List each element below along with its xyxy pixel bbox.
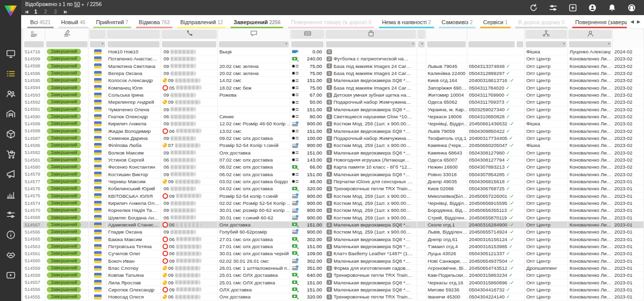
table-row[interactable]: 514591 Завершений Чумаченко Олена 09 151… xyxy=(23,106,644,113)
table-row[interactable]: 514599 Завершений Потапенко Анастас… 09 … xyxy=(23,55,644,62)
filter-extra-ttn[interactable] xyxy=(517,41,523,47)
status-tab-7[interactable]: Нема в наявності2 xyxy=(379,19,434,28)
column-header-phone[interactable] xyxy=(161,29,218,40)
settings-icon[interactable] xyxy=(549,4,557,12)
sidebar-item-tutorials[interactable] xyxy=(0,266,21,286)
table-row[interactable]: 514567 Завершений Адамовский Станис… 06 … xyxy=(23,221,644,229)
table-row[interactable]: 514588 Завершений Жидак Володимир 06 13.… xyxy=(23,128,644,135)
page-button-3[interactable]: 3 xyxy=(54,9,57,15)
table-row[interactable]: 514592 Завершений Мерклингер Андрей 09 5… xyxy=(23,99,644,106)
add-icon[interactable] xyxy=(569,4,577,12)
filter-input-phone[interactable] xyxy=(162,41,216,47)
sidebar-item-clients[interactable] xyxy=(0,85,21,105)
table-row[interactable]: 514559 Завершений Влас Слотюу 06 26.01 с… xyxy=(23,265,644,272)
status-tab-1[interactable]: Новый46 xyxy=(58,19,89,28)
table-row[interactable]: 514587 Завершений Семенюк Дарина 09 09.0… xyxy=(23,135,644,142)
table-row[interactable]: 514561 Завершений Сучилов Олег 06 30.01 … xyxy=(23,250,644,257)
column-header-manager[interactable] xyxy=(568,29,613,40)
filter-dropdown-icon[interactable]: ▼ xyxy=(412,42,415,45)
column-header-comment[interactable] xyxy=(218,29,290,40)
column-header-address[interactable] xyxy=(426,29,467,40)
filter-input-comment[interactable]: ▼ xyxy=(219,41,289,47)
table-row[interactable]: 514555 Завершений Новосад Олеся 06 Олх д… xyxy=(23,293,644,300)
status-tab-3[interactable]: Відмова763 xyxy=(136,19,173,28)
filter-input-manager[interactable]: ▼ xyxy=(569,41,611,47)
table-row[interactable]: 514586 Завершений Філіпова Люба 07 Розмі… xyxy=(23,142,644,149)
table-row[interactable]: 514575 Завершений КВІТОВСЬКА ЮЛІЯ 09 Роз… xyxy=(23,193,644,200)
filter-dropdown-icon[interactable]: ▼ xyxy=(285,42,288,45)
sidebar-item-partners[interactable] xyxy=(0,246,21,266)
column-header-delivery[interactable] xyxy=(417,29,426,40)
status-tab-10[interactable]: В дорозі додому0 xyxy=(515,19,568,28)
sidebar-item-settings[interactable] xyxy=(0,205,21,225)
filter-input-status[interactable] xyxy=(46,41,88,47)
table-row[interactable]: 514580 Завершений Фесенко Константин 06 … xyxy=(23,164,644,171)
app-logo-icon[interactable] xyxy=(0,0,21,22)
sidebar-item-info[interactable] xyxy=(0,225,21,246)
column-header-date[interactable] xyxy=(613,29,644,40)
sidebar-item-dashboard[interactable] xyxy=(0,44,21,64)
column-header-products[interactable] xyxy=(325,29,417,40)
filter-input-client[interactable] xyxy=(108,41,159,47)
filter-dropdown-icon[interactable]: ▼ xyxy=(607,42,610,45)
table-row[interactable]: 514590 Завершений Гнатюк Олексндр 06 Син… xyxy=(23,113,644,120)
filter-input-id[interactable] xyxy=(24,41,44,47)
table-row[interactable]: 514560 Завершений Бокоч Иван 09 02.02 30… xyxy=(23,258,644,265)
column-header-country[interactable] xyxy=(89,29,107,40)
table-row[interactable]: 514716 Завершений Нов10 Нов10 09 Выцв 0.… xyxy=(23,48,644,55)
filter-input-country[interactable]: ▼ xyxy=(90,41,105,47)
table-row[interactable]: 514556 Завершений Сиротюк Олександр 09 О… xyxy=(23,286,644,293)
first-page-button[interactable]: |◀ xyxy=(25,9,27,15)
last-page-button[interactable]: ▶| xyxy=(64,9,66,15)
table-row[interactable]: 514568 Завершений Шумляс Богдана Ан… 06 … xyxy=(23,214,644,221)
status-tab-8[interactable]: Самовивіз2 xyxy=(439,19,476,28)
refresh-icon[interactable] xyxy=(529,4,538,12)
table-row[interactable]: 514581 Завершений Устинов Сергей 06 07.0… xyxy=(23,157,644,164)
table-row[interactable]: 514579 Завершений Костишин Виктор 09 06.… xyxy=(23,171,644,178)
table-row[interactable]: 514563 Завершений Петровська Тетяна 06 2… xyxy=(23,243,644,250)
table-row[interactable]: 514596 Завершений Вегера Оксана 09 20.02… xyxy=(23,70,644,77)
tabs-scroll-left-icon[interactable]: ◀ xyxy=(630,19,634,24)
support-icon[interactable] xyxy=(627,4,636,12)
table-row[interactable]: 514594 Завершений Компанец Юля 05 18.02 … xyxy=(23,85,644,92)
sidebar-item-warehouse[interactable] xyxy=(0,105,21,125)
table-row[interactable]: 514589 Завершений Кирилич Анжела 09 12.0… xyxy=(23,120,644,127)
table-row[interactable]: 514598 Завершений Малютина Светлана 09 2… xyxy=(23,63,644,70)
column-header-status[interactable] xyxy=(45,29,89,40)
filter-input-delivery[interactable]: ▼ xyxy=(418,41,425,47)
status-tab-6[interactable]: Повернення товару (в дорозі)0 xyxy=(288,19,374,28)
status-tab-2[interactable]: Прийнятий7 xyxy=(93,19,131,28)
filter-dropdown-icon[interactable]: ▼ xyxy=(562,42,566,45)
filter-input-products[interactable]: ▼ xyxy=(326,41,416,47)
filter-input-address[interactable] xyxy=(427,41,466,47)
table-row[interactable]: 514593 Завершений Сольська Ірина 09 Роже… xyxy=(23,92,644,99)
sidebar-item-products[interactable] xyxy=(0,125,21,145)
status-tab-5[interactable]: Завершений2256 xyxy=(230,19,283,28)
column-header-source[interactable] xyxy=(525,29,568,40)
table-row[interactable]: 514582 Завершений Волков Максим 09 Олх д… xyxy=(23,149,644,157)
page-button-2[interactable]: 2 xyxy=(44,9,47,15)
status-tab-9[interactable]: Сервіси1 xyxy=(480,19,511,28)
sidebar-item-purchases[interactable] xyxy=(0,145,21,165)
status-tab-0[interactable]: Всі4521 xyxy=(27,19,54,28)
table-row[interactable]: 514558 Завершений Ковпак Татьяна 09 25.0… xyxy=(23,272,644,279)
table-row[interactable]: 514565 Завершений Баюка Максим 06 27.01 … xyxy=(23,236,644,243)
column-header-payment[interactable] xyxy=(290,29,325,40)
sidebar-item-statistics[interactable] xyxy=(0,185,21,205)
column-header-id[interactable]: ID xyxy=(23,29,45,40)
table-row[interactable]: 514595 Завершений Колосок Александр 09 1… xyxy=(23,77,644,84)
tabs-scroll-right-icon[interactable]: ▶ xyxy=(637,19,640,24)
notifications-icon[interactable] xyxy=(608,4,616,12)
table-scroll-gutter[interactable] xyxy=(21,29,23,301)
table-row[interactable]: 514577 Завершений Черниш Максим 09 03.02… xyxy=(23,178,644,185)
filter-dropdown-icon[interactable]: ▼ xyxy=(421,42,424,45)
table-row[interactable]: 514557 Завершений Лила Ярослав 09 25.01 … xyxy=(23,279,644,286)
column-header-client[interactable] xyxy=(107,29,161,40)
table-row[interactable]: 514566 Завершений Гладик Оксана 09 Голуб… xyxy=(23,229,644,236)
filter-input-ttn[interactable] xyxy=(468,41,515,47)
table-row[interactable]: 514574 Завершений Кирилич Анжела Ол… 09 … xyxy=(23,200,644,207)
column-header-ttn[interactable] xyxy=(467,29,525,40)
profile-icon[interactable] xyxy=(588,4,597,12)
sidebar-item-orders[interactable] xyxy=(0,64,21,85)
filter-dropdown-icon[interactable]: ▼ xyxy=(101,42,104,45)
